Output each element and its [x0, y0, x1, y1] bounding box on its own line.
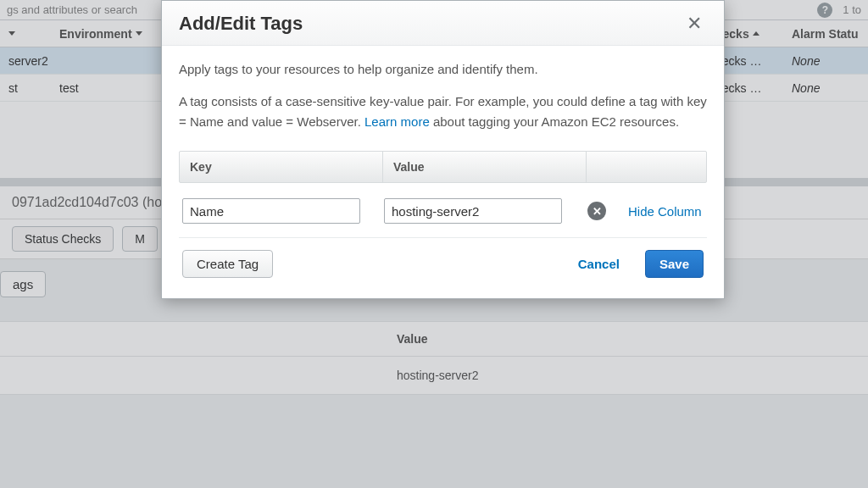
help-icon: ? — [817, 3, 832, 18]
chevron-up-icon — [753, 31, 760, 36]
header-value: Value — [383, 152, 587, 182]
save-button[interactable]: Save — [645, 250, 704, 278]
subtab-tags: ags — [0, 271, 46, 297]
modal-intro: Apply tags to your resources to help org… — [179, 59, 707, 80]
chevron-down-icon — [8, 31, 15, 36]
pager-text: 1 to — [843, 3, 861, 16]
create-tag-button[interactable]: Create Tag — [182, 250, 273, 278]
modal-actions: Create Tag Cancel Save — [179, 238, 707, 281]
value-column-header: Value — [0, 321, 868, 357]
header-key: Key — [180, 152, 383, 182]
learn-more-link[interactable]: Learn more — [364, 114, 430, 129]
search-placeholder-text: gs and attributes or search — [7, 3, 137, 16]
add-edit-tags-modal: Add/Edit Tags ✕ Apply tags to your resou… — [161, 0, 725, 299]
tab-status-checks: Status Checks — [12, 226, 114, 252]
close-icon[interactable]: ✕ — [682, 13, 707, 35]
cancel-button[interactable]: Cancel — [565, 251, 633, 277]
value-row: hosting-server2 — [0, 357, 868, 395]
modal-description: A tag consists of a case-sensitive key-v… — [179, 92, 707, 132]
modal-header: Add/Edit Tags ✕ — [162, 1, 724, 46]
modal-title: Add/Edit Tags — [179, 13, 303, 35]
tag-table-header: Key Value — [179, 151, 707, 183]
hide-column-link[interactable]: Hide Column — [628, 204, 702, 219]
tag-row: ✕ Hide Column — [179, 183, 707, 238]
tag-value-input[interactable] — [384, 198, 562, 224]
col-blank — [0, 31, 51, 36]
col-environment: Environment — [51, 27, 153, 41]
col-alarm: Alarm Statu — [783, 27, 868, 41]
tab-m: M — [122, 226, 158, 252]
tag-key-input[interactable] — [182, 198, 360, 224]
remove-tag-icon[interactable]: ✕ — [587, 202, 606, 220]
chevron-down-icon — [136, 31, 142, 36]
